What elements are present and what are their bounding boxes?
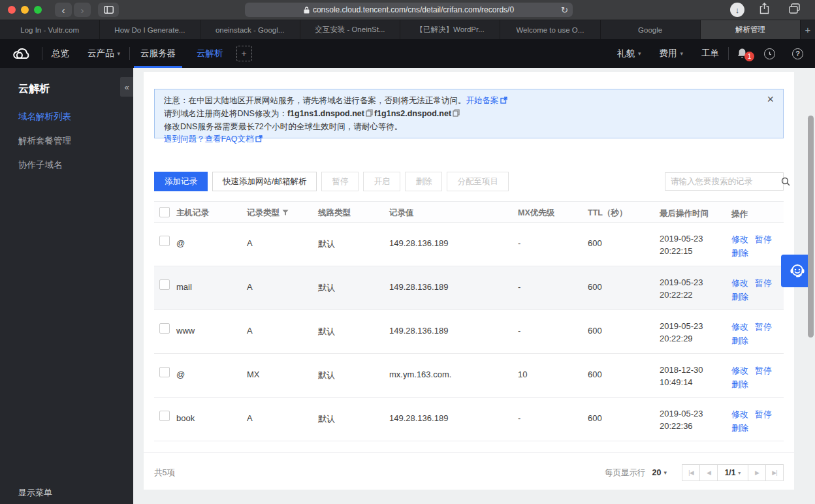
tab-oneinstack-google[interactable]: oneinstack - Googl... <box>200 20 300 39</box>
edit-record-link[interactable]: 修改 <box>731 234 748 244</box>
browser-titlebar: ‹ › console.cloud.tencent.com/cns/detail… <box>0 0 815 20</box>
nav-cns-label: 云解析 <box>197 48 223 59</box>
sidebar-item-label: 解析套餐管理 <box>18 136 71 146</box>
record-line: 默认 <box>318 238 335 250</box>
row-checkbox[interactable] <box>159 367 170 377</box>
nav-shortcut-cvm[interactable]: 云服务器 <box>130 39 186 68</box>
tab-how-do-i-generate[interactable]: How Do I Generate... <box>100 20 200 39</box>
nav-shortcut-cns[interactable]: 云解析 <box>186 39 234 68</box>
show-menu-label[interactable]: 显示菜单 <box>18 487 52 499</box>
enable-button[interactable]: 开启 <box>363 172 400 191</box>
next-page-button[interactable]: ▶ <box>748 464 766 481</box>
copy-icon[interactable] <box>366 108 373 121</box>
notifications-button[interactable]: 1 <box>729 48 756 59</box>
filter-icon[interactable] <box>282 209 289 218</box>
back-button[interactable]: ‹ <box>55 3 72 17</box>
nav-overview[interactable]: 总览 <box>42 39 78 68</box>
nav-products-menu[interactable]: 云产品▾ <box>78 39 129 68</box>
history-button[interactable] <box>764 48 775 59</box>
faq-doc-link[interactable]: 遇到问题？查看FAQ文档 <box>164 134 254 144</box>
scrollbar-thumb[interactable] <box>808 116 814 338</box>
first-page-button[interactable]: |◀ <box>682 464 700 481</box>
select-all-checkbox[interactable] <box>159 207 170 217</box>
minimize-window-button[interactable] <box>21 6 29 14</box>
tab-label: 解析管理 <box>735 25 765 35</box>
col-type[interactable]: 记录类型 <box>247 208 289 219</box>
tab-overview-button[interactable] <box>789 3 800 16</box>
sidebar-collapse-button[interactable]: « <box>120 77 133 97</box>
downloads-button[interactable]: ↓ <box>730 3 744 17</box>
search-icon[interactable] <box>781 177 790 186</box>
next-page-icon: ▶ <box>755 469 759 476</box>
close-window-button[interactable] <box>8 6 16 14</box>
new-tab-button[interactable]: + <box>801 20 815 39</box>
sidebar-item-label: 协作子域名 <box>18 160 63 170</box>
tab-google[interactable]: Google <box>601 20 701 39</box>
account-menu[interactable]: 礼貌▾ <box>608 39 650 68</box>
sidebar-item-plan-management[interactable]: 解析套餐管理 <box>18 135 71 147</box>
tab-dns-management-active[interactable]: 解析管理 <box>701 20 801 39</box>
quick-add-button[interactable]: 快速添加网站/邮箱解析 <box>212 172 317 191</box>
tencent-cloud-logo[interactable] <box>12 46 31 61</box>
forward-button[interactable]: › <box>74 3 91 17</box>
search-input[interactable] <box>665 177 781 186</box>
copy-icon[interactable] <box>453 108 460 121</box>
delete-button[interactable]: 删除 <box>405 172 442 191</box>
records-panel: 注意：在中国大陆地区开展网站服务，请先将域名进行备案，否则将无法正常访问。开始备… <box>144 72 794 490</box>
tab-oneinstack-install[interactable]: 交互安装 - OneinSt... <box>300 20 400 39</box>
sidebar-item-domain-list[interactable]: 域名解析列表 <box>18 111 71 123</box>
edit-record-link[interactable]: 修改 <box>731 322 748 332</box>
delete-record-link[interactable]: 删除 <box>731 248 748 258</box>
assign-project-button[interactable]: 分配至项目 <box>447 172 509 191</box>
external-link-icon <box>500 95 507 108</box>
page-size-select[interactable]: 20▾ <box>652 468 667 477</box>
delete-record-link[interactable]: 删除 <box>731 379 748 389</box>
pause-record-link[interactable]: 暂停 <box>755 278 772 288</box>
sidebar-toggle-button[interactable] <box>98 3 119 17</box>
help-button[interactable]: ? <box>792 48 803 59</box>
edit-record-link[interactable]: 修改 <box>731 366 748 375</box>
pause-record-link[interactable]: 暂停 <box>755 234 772 244</box>
edit-record-link[interactable]: 修改 <box>731 409 748 419</box>
row-checkbox[interactable] <box>159 279 170 290</box>
prev-page-button[interactable]: ◀ <box>699 464 718 481</box>
page-indicator[interactable]: 1/1▾ <box>717 464 748 481</box>
zoom-window-button[interactable] <box>34 6 42 14</box>
sidebar-item-sub-domains[interactable]: 协作子域名 <box>18 159 63 171</box>
tab-wordpress[interactable]: 【已解决】WordPr... <box>400 20 500 39</box>
pause-button[interactable]: 暂停 <box>321 172 359 191</box>
tab-vultr[interactable]: Log In - Vultr.com <box>0 20 100 39</box>
row-checkbox[interactable] <box>159 236 170 246</box>
table-footer: 共5项 每页显示行 20▾ |◀ ◀ 1/1▾ ▶ ▶| <box>154 462 784 484</box>
row-checkbox[interactable] <box>159 323 170 334</box>
tab-welcome[interactable]: Welcome to use O... <box>500 20 600 39</box>
address-bar[interactable]: console.cloud.tencent.com/cns/detail/cri… <box>245 3 573 17</box>
edit-record-link[interactable]: 修改 <box>731 278 748 288</box>
delete-record-link[interactable]: 删除 <box>731 292 748 302</box>
billing-menu[interactable]: 费用▾ <box>650 39 692 68</box>
last-page-button[interactable]: ▶| <box>765 464 784 481</box>
pause-record-link[interactable]: 暂停 <box>755 366 772 375</box>
share-button[interactable] <box>759 3 769 17</box>
ticket-menu[interactable]: 工单 <box>692 39 728 68</box>
plus-icon: + <box>805 24 811 35</box>
record-value: 149.28.136.189 <box>389 238 448 248</box>
delete-record-link[interactable]: 删除 <box>731 336 748 345</box>
record-ttl: 600 <box>588 238 602 248</box>
notice-line-3: 修改DNS服务器需要最长72个小时的全球生效时间，请耐心等待。 <box>164 121 774 133</box>
row-checkbox[interactable] <box>159 411 170 421</box>
download-arrow-icon: ↓ <box>735 5 740 15</box>
add-record-button[interactable]: 添加记录 <box>154 172 208 191</box>
col-ttl: TTL（秒） <box>588 208 627 219</box>
close-icon[interactable]: × <box>767 93 774 106</box>
delete-record-link[interactable]: 删除 <box>731 423 748 433</box>
reload-icon[interactable]: ↻ <box>561 5 568 15</box>
record-host: @ <box>176 370 185 379</box>
record-mx: - <box>518 282 520 292</box>
chevron-down-icon: ▾ <box>638 50 641 57</box>
add-shortcut-button[interactable]: + <box>236 46 252 61</box>
start-icp-filing-link[interactable]: 开始备案 <box>466 96 499 105</box>
tab-label: Welcome to use O... <box>516 26 584 34</box>
pause-record-link[interactable]: 暂停 <box>755 322 772 332</box>
pause-record-link[interactable]: 暂停 <box>755 409 772 419</box>
